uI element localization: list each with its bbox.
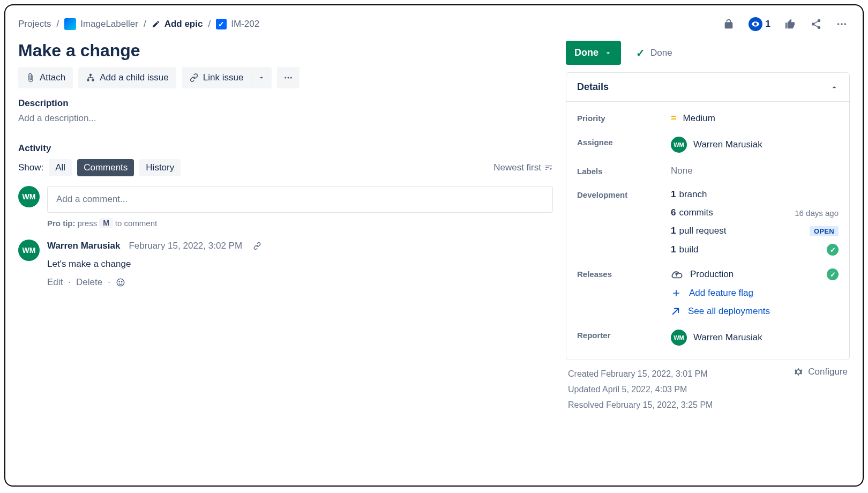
breadcrumb-projects[interactable]: Projects xyxy=(18,19,51,29)
child-issue-icon xyxy=(86,73,95,83)
share-button[interactable] xyxy=(808,16,824,32)
svg-point-4 xyxy=(288,77,289,79)
reporter-text: Warren Marusiak xyxy=(693,332,762,343)
breadcrumb-issue-key-label: IM-202 xyxy=(231,19,259,29)
field-releases: Releases Production ✓ xyxy=(577,262,839,323)
details-panel: Details Priority = Medium Assignee xyxy=(566,72,850,360)
timestamps: Created February 15, 2022, 3:01 PM Updat… xyxy=(568,367,713,413)
reporter-label: Reporter xyxy=(577,330,671,340)
build-success-icon: ✓ xyxy=(827,244,839,256)
tab-all[interactable]: All xyxy=(49,159,72,176)
status-dropdown[interactable]: Done xyxy=(566,41,621,65)
add-feature-flag-link[interactable]: Add feature flag xyxy=(671,288,839,298)
breadcrumb-issue-key[interactable]: ✓ IM-202 xyxy=(216,19,259,29)
see-all-deployments-link[interactable]: See all deployments xyxy=(671,306,839,317)
link-issue-button[interactable]: Link issue xyxy=(182,67,251,88)
svg-point-2 xyxy=(844,23,847,25)
priority-medium-icon: = xyxy=(671,113,677,124)
comment-react[interactable] xyxy=(116,278,125,287)
details-header[interactable]: Details xyxy=(566,73,849,102)
reporter-value[interactable]: WM Warren Marusiak xyxy=(671,330,839,346)
comment-delete[interactable]: Delete xyxy=(76,277,102,288)
assignee-avatar: WM xyxy=(671,137,687,153)
field-assignee: Assignee WM Warren Marusiak xyxy=(577,130,839,159)
assignee-text: Warren Marusiak xyxy=(693,139,762,150)
dev-commits[interactable]: 6 commits 16 days ago xyxy=(671,207,839,218)
breadcrumb-project[interactable]: ImageLabeller xyxy=(64,18,138,30)
dev-pull-request[interactable]: 1 pull request OPEN xyxy=(671,226,839,236)
attach-button[interactable]: Attach xyxy=(18,67,73,88)
unlock-button[interactable] xyxy=(721,16,737,32)
protip-post: to comment xyxy=(115,219,157,228)
comment-avatar: WM xyxy=(18,240,40,261)
attachment-icon xyxy=(26,73,35,83)
arrow-upright-icon xyxy=(671,307,680,316)
description-placeholder[interactable]: Add a description... xyxy=(18,113,553,124)
priority-value[interactable]: = Medium xyxy=(671,113,839,124)
unlock-icon xyxy=(723,18,735,30)
dev-branch-text: branch xyxy=(679,189,707,200)
link-icon xyxy=(253,242,261,250)
chevron-down-icon xyxy=(258,74,265,81)
svg-point-3 xyxy=(285,77,287,79)
breadcrumb-separator: / xyxy=(208,19,211,29)
add-feature-flag-text: Add feature flag xyxy=(689,288,753,298)
toolbar-more-button[interactable] xyxy=(277,67,300,88)
labels-value[interactable]: None xyxy=(671,166,839,176)
breadcrumb-project-label: ImageLabeller xyxy=(80,19,138,29)
details-footer: Created February 15, 2022, 3:01 PM Updat… xyxy=(566,367,850,413)
comment-actions: Edit · Delete · xyxy=(47,277,553,288)
dev-branch[interactable]: 1 branch xyxy=(671,189,839,200)
link-issue-dropdown[interactable] xyxy=(251,67,272,88)
breadcrumb-separator: / xyxy=(144,19,146,29)
breadcrumb-add-epic[interactable]: Add epic xyxy=(152,19,203,29)
comment-protip: Pro tip: press M to comment xyxy=(47,218,553,228)
comment-time: February 15, 2022, 3:02 PM xyxy=(129,241,242,251)
comment-input[interactable]: Add a comment... xyxy=(47,186,553,213)
configure-button[interactable]: Configure xyxy=(793,367,848,377)
comment-header: Warren Marusiak February 15, 2022, 3:02 … xyxy=(47,240,553,252)
issue-toolbar: Attach Add a child issue Link issue xyxy=(18,67,553,88)
comment-item: WM Warren Marusiak February 15, 2022, 3:… xyxy=(18,240,553,288)
svg-point-1 xyxy=(841,23,843,25)
timestamp-created: Created February 15, 2022, 3:01 PM xyxy=(568,367,713,382)
status-button-label: Done xyxy=(574,47,598,58)
release-production[interactable]: Production ✓ xyxy=(671,268,839,280)
vote-button[interactable] xyxy=(782,16,798,32)
comment-author[interactable]: Warren Marusiak xyxy=(47,241,120,251)
activity-bar: Show: All Comments History Newest first xyxy=(18,159,553,176)
link-issue-label: Link issue xyxy=(203,72,244,83)
issue-title[interactable]: Make a change xyxy=(18,41,553,61)
priority-label: Priority xyxy=(577,113,671,123)
priority-text: Medium xyxy=(683,113,715,124)
chevron-up-icon xyxy=(830,83,839,92)
gear-icon xyxy=(793,367,804,377)
assignee-label: Assignee xyxy=(577,137,671,147)
svg-point-5 xyxy=(290,77,292,79)
sort-label: Newest first xyxy=(493,162,541,173)
comment-edit[interactable]: Edit xyxy=(47,277,63,288)
main-content: Make a change Attach Add a child issue L… xyxy=(18,41,850,413)
dev-build-text: build xyxy=(679,244,698,255)
field-reporter: Reporter WM Warren Marusiak xyxy=(577,323,839,352)
sort-button[interactable]: Newest first xyxy=(493,162,553,173)
add-child-button[interactable]: Add a child issue xyxy=(78,67,176,88)
tab-history[interactable]: History xyxy=(139,159,181,176)
link-icon xyxy=(189,73,199,83)
dev-build[interactable]: 1 build ✓ xyxy=(671,244,839,256)
breadcrumb-separator: / xyxy=(56,19,59,29)
project-icon xyxy=(64,18,76,30)
breadcrumb: Projects / ImageLabeller / Add epic / ✓ … xyxy=(18,18,259,30)
protip-key: M xyxy=(99,218,113,228)
watch-button[interactable]: 1 xyxy=(746,15,773,33)
comment-body-text: Let's make a change xyxy=(47,259,553,270)
status-row: Done ✓ Done xyxy=(566,41,850,65)
status-lozenge: ✓ Done xyxy=(636,47,672,59)
sort-icon xyxy=(544,163,553,172)
protip-label: Pro tip: xyxy=(47,219,76,228)
assignee-value[interactable]: WM Warren Marusiak xyxy=(671,137,839,153)
labels-label: Labels xyxy=(577,166,671,176)
comment-permalink[interactable] xyxy=(251,240,264,252)
more-actions-button[interactable] xyxy=(834,16,850,32)
tab-comments[interactable]: Comments xyxy=(77,159,134,176)
